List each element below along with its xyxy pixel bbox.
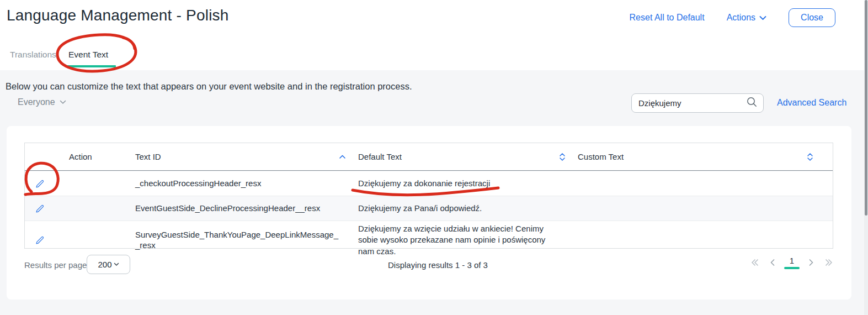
reset-all-to-default-link[interactable]: Reset All to Default <box>630 13 705 23</box>
text-id-cell: _checkoutProcessingHeader_resx <box>126 176 349 191</box>
actions-dropdown-label: Actions <box>727 13 755 23</box>
text-id-cell: SurveyGuestSide_ThankYouPage_DeepLinkMes… <box>126 227 349 253</box>
column-header-text-id[interactable]: Text ID <box>126 143 349 170</box>
audience-filter-label: Everyone <box>18 97 55 107</box>
edit-pencil-icon[interactable] <box>35 179 45 189</box>
page-title: Language Management - Polish <box>7 7 229 24</box>
first-page-button[interactable] <box>749 256 761 269</box>
vertical-scrollbar-thumb[interactable] <box>865 0 867 216</box>
table-header-row: Action Text ID Default Text Custom Text <box>25 143 833 171</box>
sort-both-icon[interactable] <box>559 153 566 161</box>
chevron-down-icon <box>759 15 766 20</box>
actions-dropdown[interactable]: Actions <box>727 13 766 23</box>
next-page-button[interactable] <box>805 256 817 269</box>
column-header-custom-text[interactable]: Custom Text <box>569 143 833 170</box>
sort-both-icon[interactable] <box>807 153 813 161</box>
advanced-search-link[interactable]: Advanced Search <box>777 98 846 108</box>
edit-pencil-icon[interactable] <box>35 235 45 245</box>
search-icon[interactable] <box>746 96 758 110</box>
custom-text-cell <box>569 206 833 211</box>
default-text-cell: Dziękujemy za dokonanie rejestracji <box>349 176 569 191</box>
header-actions: Reset All to Default Actions Close <box>630 8 835 27</box>
default-text-cell: Dziękujemy za wzięcie udziału w ankiecie… <box>349 221 569 259</box>
sort-ascending-icon[interactable] <box>339 154 346 159</box>
current-page-indicator[interactable]: 1 <box>784 256 800 269</box>
column-header-action[interactable]: Action <box>25 143 126 170</box>
content-area: Below you can customize the text that ap… <box>0 70 868 315</box>
current-page-underline <box>784 267 800 269</box>
action-cell <box>25 179 126 189</box>
text-id-cell: EventGuestSide_DeclineProcessingHeader__… <box>126 201 349 216</box>
custom-text-cell <box>569 181 833 186</box>
table-row: SurveyGuestSide_ThankYouPage_DeepLinkMes… <box>25 221 833 248</box>
edit-pencil-icon[interactable] <box>35 203 45 214</box>
column-header-default-text[interactable]: Default Text <box>349 143 569 170</box>
description-text: Below you can customize the text that ap… <box>6 81 412 92</box>
close-button[interactable]: Close <box>789 8 835 27</box>
custom-text-cell <box>569 238 833 242</box>
pagination-controls: 1 <box>749 256 835 269</box>
tab-event-text[interactable]: Event Text <box>68 50 108 60</box>
default-text-cell: Dziękujemy za Pana/i odpowiedź. <box>349 201 569 216</box>
page-header: Language Management - Polish Reset All t… <box>0 0 868 70</box>
table-row: EventGuestSide_DeclineProcessingHeader__… <box>25 196 833 221</box>
search-input[interactable] <box>632 98 744 108</box>
event-text-table: Action Text ID Default Text Custom Text <box>24 143 833 249</box>
vertical-scrollbar-track[interactable] <box>864 0 868 315</box>
chevron-down-icon <box>60 100 66 104</box>
audience-filter-dropdown[interactable]: Everyone <box>18 97 66 107</box>
search-box <box>631 93 764 113</box>
action-cell <box>25 235 126 245</box>
table-row: _checkoutProcessingHeader_resx Dziękujem… <box>25 171 833 196</box>
previous-page-button[interactable] <box>766 256 779 269</box>
tab-translations[interactable]: Translations <box>10 50 56 60</box>
last-page-button[interactable] <box>823 256 835 269</box>
displaying-results-text: Displaying results 1 - 3 of 3 <box>24 260 851 270</box>
action-cell <box>25 203 126 214</box>
results-card: Action Text ID Default Text Custom Text <box>7 126 851 300</box>
active-tab-indicator <box>66 65 116 67</box>
